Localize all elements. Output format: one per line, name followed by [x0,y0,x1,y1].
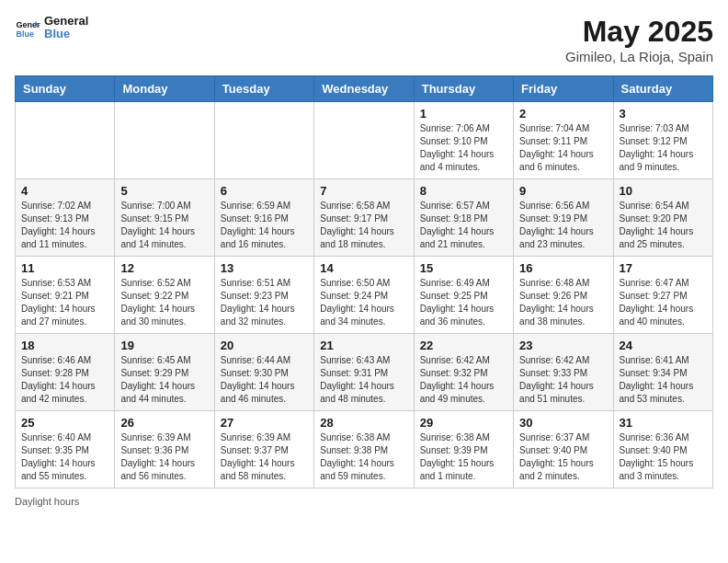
calendar-footer: Daylight hours [15,496,713,507]
logo-blue-text: Blue [44,28,88,40]
calendar-day-cell: 20Sunrise: 6:44 AMSunset: 9:30 PMDayligh… [214,334,313,411]
day-info: Sunrise: 7:04 AMSunset: 9:11 PMDaylight:… [519,122,607,174]
logo: General Blue General Blue [15,15,88,41]
day-number: 22 [420,339,507,352]
day-info: Sunrise: 6:47 AMSunset: 9:27 PMDaylight:… [620,277,707,328]
day-number: 14 [320,261,407,275]
day-number: 20 [221,339,308,352]
day-number: 12 [120,261,208,275]
day-info: Sunrise: 6:39 AMSunset: 9:37 PMDaylight:… [221,431,308,483]
day-number: 11 [21,261,108,275]
day-info: Sunrise: 6:46 AMSunset: 9:28 PMDaylight:… [21,354,108,406]
calendar-week-row: 1Sunrise: 7:06 AMSunset: 9:10 PMDaylight… [16,102,713,179]
calendar-day-cell: 25Sunrise: 6:40 AMSunset: 9:35 PMDayligh… [16,411,115,488]
logo-general-text: General [44,15,88,28]
calendar-day-cell: 9Sunrise: 6:56 AMSunset: 9:19 PMDaylight… [514,179,613,257]
calendar-day-header: Sunday [16,76,115,102]
calendar-day-cell [314,102,414,179]
day-info: Sunrise: 6:52 AMSunset: 9:22 PMDaylight:… [120,277,208,328]
calendar-day-cell: 13Sunrise: 6:51 AMSunset: 9:23 PMDayligh… [214,257,313,334]
calendar-day-header: Tuesday [214,76,313,102]
day-info: Sunrise: 6:58 AMSunset: 9:17 PMDaylight:… [320,200,407,251]
svg-text:Blue: Blue [16,29,34,39]
day-info: Sunrise: 6:37 AMSunset: 9:40 PMDaylight:… [519,431,607,483]
calendar-day-cell: 3Sunrise: 7:03 AMSunset: 9:12 PMDaylight… [613,102,712,179]
day-info: Sunrise: 6:54 AMSunset: 9:20 PMDaylight:… [620,200,707,251]
day-info: Sunrise: 6:57 AMSunset: 9:18 PMDaylight:… [420,200,507,251]
day-info: Sunrise: 7:00 AMSunset: 9:15 PMDaylight:… [120,200,208,251]
day-info: Sunrise: 6:43 AMSunset: 9:31 PMDaylight:… [320,354,407,406]
day-number: 6 [221,184,308,198]
day-number: 1 [420,107,507,121]
calendar-subtitle: Gimileo, La Rioja, Spain [565,49,713,64]
day-number: 5 [120,184,208,198]
calendar-day-cell: 1Sunrise: 7:06 AMSunset: 9:10 PMDaylight… [414,102,513,179]
day-number: 8 [420,184,507,198]
daylight-hours-label: Daylight hours [15,496,79,507]
calendar-day-cell: 28Sunrise: 6:38 AMSunset: 9:38 PMDayligh… [314,411,414,488]
calendar-day-cell: 15Sunrise: 6:49 AMSunset: 9:25 PMDayligh… [414,257,513,334]
day-number: 30 [519,416,607,430]
calendar-day-cell: 19Sunrise: 6:45 AMSunset: 9:29 PMDayligh… [115,334,214,411]
day-info: Sunrise: 6:50 AMSunset: 9:24 PMDaylight:… [320,277,407,328]
day-number: 9 [519,184,607,198]
day-number: 2 [519,107,607,121]
calendar-week-row: 11Sunrise: 6:53 AMSunset: 9:21 PMDayligh… [16,257,713,334]
day-info: Sunrise: 6:38 AMSunset: 9:38 PMDaylight:… [320,431,407,483]
title-block: May 2025 Gimileo, La Rioja, Spain [565,15,713,64]
day-number: 21 [320,339,407,352]
calendar-day-cell: 21Sunrise: 6:43 AMSunset: 9:31 PMDayligh… [314,334,414,411]
calendar-day-header: Thursday [414,76,513,102]
day-info: Sunrise: 6:44 AMSunset: 9:30 PMDaylight:… [221,354,308,406]
day-number: 27 [221,416,308,430]
day-number: 16 [519,261,607,275]
day-number: 7 [320,184,407,198]
day-info: Sunrise: 6:40 AMSunset: 9:35 PMDaylight:… [21,431,108,483]
calendar-day-cell: 29Sunrise: 6:38 AMSunset: 9:39 PMDayligh… [414,411,513,488]
calendar-table: SundayMondayTuesdayWednesdayThursdayFrid… [15,75,713,488]
calendar-day-cell: 5Sunrise: 7:00 AMSunset: 9:15 PMDaylight… [115,179,214,257]
day-number: 4 [21,184,108,198]
day-number: 29 [420,416,507,430]
day-number: 3 [620,107,707,121]
calendar-day-cell: 18Sunrise: 6:46 AMSunset: 9:28 PMDayligh… [16,334,115,411]
calendar-day-header: Wednesday [314,76,414,102]
calendar-day-cell: 10Sunrise: 6:54 AMSunset: 9:20 PMDayligh… [613,179,712,257]
calendar-day-cell: 27Sunrise: 6:39 AMSunset: 9:37 PMDayligh… [214,411,313,488]
day-number: 10 [620,184,707,198]
day-number: 13 [221,261,308,275]
day-info: Sunrise: 6:42 AMSunset: 9:33 PMDaylight:… [519,354,607,406]
calendar-day-header: Saturday [613,76,712,102]
calendar-day-cell [115,102,214,179]
day-info: Sunrise: 6:49 AMSunset: 9:25 PMDaylight:… [420,277,507,328]
calendar-week-row: 4Sunrise: 7:02 AMSunset: 9:13 PMDaylight… [16,179,713,257]
day-number: 23 [519,339,607,352]
day-info: Sunrise: 6:48 AMSunset: 9:26 PMDaylight:… [519,277,607,328]
day-info: Sunrise: 6:38 AMSunset: 9:39 PMDaylight:… [420,431,507,483]
day-info: Sunrise: 6:41 AMSunset: 9:34 PMDaylight:… [620,354,707,406]
day-info: Sunrise: 7:02 AMSunset: 9:13 PMDaylight:… [21,200,108,251]
day-info: Sunrise: 7:03 AMSunset: 9:12 PMDaylight:… [620,122,707,174]
calendar-day-cell: 4Sunrise: 7:02 AMSunset: 9:13 PMDaylight… [16,179,115,257]
calendar-day-cell: 11Sunrise: 6:53 AMSunset: 9:21 PMDayligh… [16,257,115,334]
day-number: 15 [420,261,507,275]
calendar-day-header: Monday [115,76,214,102]
day-info: Sunrise: 6:36 AMSunset: 9:40 PMDaylight:… [620,431,707,483]
calendar-header-row: SundayMondayTuesdayWednesdayThursdayFrid… [16,76,713,102]
day-info: Sunrise: 6:59 AMSunset: 9:16 PMDaylight:… [221,200,308,251]
day-number: 25 [21,416,108,430]
calendar-day-cell: 7Sunrise: 6:58 AMSunset: 9:17 PMDaylight… [314,179,414,257]
calendar-week-row: 18Sunrise: 6:46 AMSunset: 9:28 PMDayligh… [16,334,713,411]
calendar-day-cell [214,102,313,179]
page-header: General Blue General Blue May 2025 Gimil… [15,15,713,64]
calendar-week-row: 25Sunrise: 6:40 AMSunset: 9:35 PMDayligh… [16,411,713,488]
calendar-day-cell: 30Sunrise: 6:37 AMSunset: 9:40 PMDayligh… [514,411,613,488]
day-info: Sunrise: 7:06 AMSunset: 9:10 PMDaylight:… [420,122,507,174]
day-info: Sunrise: 6:42 AMSunset: 9:32 PMDaylight:… [420,354,507,406]
calendar-day-cell: 14Sunrise: 6:50 AMSunset: 9:24 PMDayligh… [314,257,414,334]
day-number: 26 [120,416,208,430]
day-info: Sunrise: 6:45 AMSunset: 9:29 PMDaylight:… [120,354,208,406]
day-number: 17 [620,261,707,275]
calendar-day-cell: 2Sunrise: 7:04 AMSunset: 9:11 PMDaylight… [514,102,613,179]
calendar-day-cell: 22Sunrise: 6:42 AMSunset: 9:32 PMDayligh… [414,334,513,411]
